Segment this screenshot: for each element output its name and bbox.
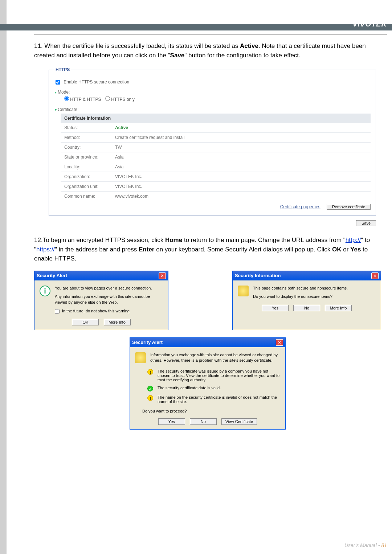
mode-radio-https-only[interactable] <box>105 96 110 101</box>
checkmark-icon: ✓ <box>147 386 153 391</box>
dialog-titlebar: Security Information × <box>233 271 381 280</box>
https-link[interactable]: https:// <box>36 246 55 253</box>
no-button[interactable]: No <box>190 418 217 425</box>
certificate-label: Certificate: <box>58 107 78 112</box>
certificate-header[interactable]: ▾Certificate: <box>55 107 371 112</box>
more-info-button[interactable]: More Info <box>104 319 131 325</box>
certinfo-row: Common name:www.vivotek.com <box>61 191 371 201</box>
status-value: Active <box>115 125 367 130</box>
close-icon[interactable]: × <box>276 339 283 346</box>
certinfo-row: Organization unit:VIVOTEK Inc. <box>61 181 371 191</box>
warning-icon: ! <box>147 369 153 375</box>
dialog-intro: Information you exchange with this site … <box>150 352 280 365</box>
enable-https-label: Enable HTTPS secure connection <box>64 79 129 85</box>
dialog-title: Security Information <box>235 273 281 278</box>
step-11-text: 11. When the certifice file is successfu… <box>34 41 381 60</box>
https-legend: HTTPS <box>54 67 71 72</box>
certinfo-head: Certificate information <box>61 114 371 123</box>
lock-warning-icon <box>135 352 147 365</box>
http-link[interactable]: http:// <box>346 237 361 243</box>
header-band <box>0 24 392 30</box>
caret-icon: ▾ <box>55 90 57 94</box>
mode-opt1[interactable]: HTTP & HTTPS <box>64 97 101 102</box>
remove-certificate-button[interactable]: Remove certificate <box>327 204 371 210</box>
yes-button[interactable]: Yes <box>262 305 289 311</box>
close-icon[interactable]: × <box>159 272 166 279</box>
https-panel: HTTPS Enable HTTPS secure connection ▾Mo… <box>49 67 376 216</box>
cert-valid-item: ✓ The security certificate date is valid… <box>147 386 280 391</box>
dialog-text: This page contains both secure and nonse… <box>253 286 376 300</box>
brand: VIVOTEK <box>352 20 387 28</box>
footer: User's Manual - 81 <box>344 542 387 548</box>
certinfo-row: State or province:Asia <box>61 152 371 162</box>
enable-https-checkbox[interactable] <box>56 80 60 85</box>
certinfo-row: Status:Active <box>61 123 371 132</box>
more-info-button[interactable]: More Info <box>325 305 352 311</box>
dialog-title: Security Alert <box>37 273 67 278</box>
certinfo-row: Locality:Asia <box>61 162 371 172</box>
certinfo-row: Country:TW <box>61 142 371 152</box>
yes-button[interactable]: Yes <box>158 418 185 425</box>
cert-button-row: Certificate properties Remove certificat… <box>61 201 371 210</box>
future-warning-label: In the future, do not show this warning <box>62 309 130 313</box>
warning-icon: ! <box>147 395 153 401</box>
certinfo-row: Organization:VIVOTEK Inc. <box>61 172 371 181</box>
certificate-properties-link[interactable]: Certificate properties <box>280 204 320 209</box>
proceed-question: Do you want to proceed? <box>142 409 280 413</box>
mode-radio-both[interactable] <box>64 96 69 101</box>
certinfo-row: Method:Create certificate request and in… <box>61 132 371 142</box>
step11-active: Active <box>240 42 258 49</box>
dialog-text: You are about to view pages over a secur… <box>55 286 163 305</box>
future-warning-checkbox[interactable] <box>55 309 60 314</box>
step11-prefix: 11. When the certifice file is successfu… <box>34 42 240 49</box>
dialog-titlebar: Security Alert × <box>130 338 285 347</box>
mode-options: HTTP & HTTPS HTTPS only <box>64 96 371 102</box>
mode-label: Mode: <box>58 90 70 95</box>
info-lock-icon: i <box>40 286 51 305</box>
mode-opt2[interactable]: HTTPS only <box>105 97 135 102</box>
step-12-text: 12.To begin an encrypted HTTPS session, … <box>34 235 381 263</box>
header-rule <box>34 34 387 34</box>
no-button[interactable]: No <box>293 305 320 311</box>
caret-icon: ▾ <box>55 108 57 112</box>
page-number: 81 <box>381 542 387 548</box>
security-alert-dialog-2: Security Alert × Information you exchang… <box>130 337 286 430</box>
future-warning-row: In the future, do not show this warning <box>55 309 163 314</box>
dialog-titlebar: Security Alert × <box>34 271 168 280</box>
certinfo-body: Status:Active Method:Create certificate … <box>61 123 371 201</box>
mode-header[interactable]: ▾Mode: <box>55 90 371 95</box>
view-certificate-button[interactable]: View Certificate <box>221 418 257 425</box>
security-alert-dialog-1: Security Alert × i You are about to view… <box>34 271 168 330</box>
cert-issue-item: ! The security certificate was issued by… <box>147 369 280 382</box>
footer-text: User's Manual - <box>344 542 381 548</box>
save-button[interactable]: Save <box>356 220 376 226</box>
step11-suffix: " button for the configuration to take e… <box>184 52 300 59</box>
dialog-title: Security Alert <box>132 340 163 345</box>
lock-warning-icon <box>238 286 249 300</box>
step11-save: Save <box>170 52 185 59</box>
close-icon[interactable]: × <box>371 272 379 279</box>
security-information-dialog: Security Information × This page contain… <box>232 271 381 330</box>
enable-https-row: Enable HTTPS secure connection <box>56 79 371 85</box>
ok-button[interactable]: OK <box>72 319 99 325</box>
cert-name-item: ! The name on the security certificate i… <box>147 395 280 404</box>
